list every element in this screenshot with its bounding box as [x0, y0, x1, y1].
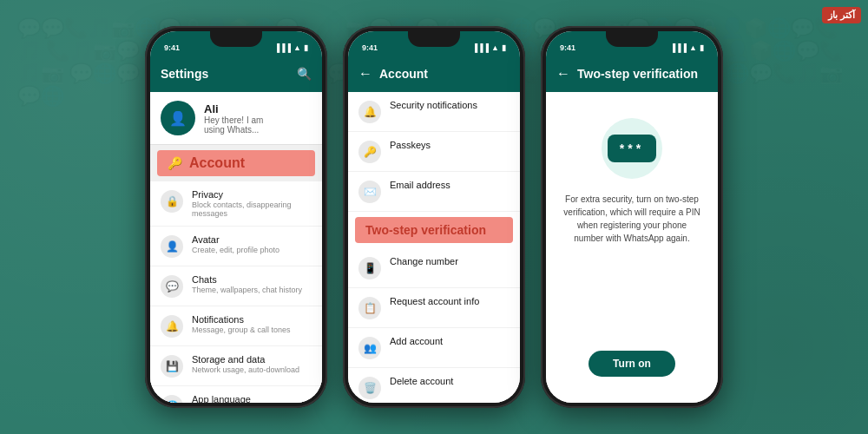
- menu-text-privacy: Privacy Block contacts, disappearing mes…: [192, 189, 312, 218]
- two-step-highlight[interactable]: Two-step verification: [355, 217, 513, 243]
- menu-text-chats: Chats Theme, wallpapers, chat history: [192, 274, 312, 294]
- phone-1-screen: 9:41 ▐▐▐ ▲ ▮ Settings 🔍 👤 Ali Hey there!…: [150, 31, 322, 403]
- menu-item-security[interactable]: 🔔 Security notifications: [348, 92, 520, 132]
- profile-name: Ali: [204, 102, 277, 115]
- two-step-description: For extra security, turn on two-step ver…: [560, 193, 704, 245]
- search-icon[interactable]: 🔍: [297, 67, 312, 81]
- menu-item-storage[interactable]: 💾 Storage and data Network usage, auto-d…: [150, 346, 322, 386]
- phone-1-status-icons: ▐▐▐ ▲ ▮: [274, 43, 308, 52]
- request-info-icon: 📋: [358, 297, 381, 319]
- avatar-sublabel: Create, edit, profile photo: [192, 246, 312, 254]
- storage-sublabel: Network usage, auto-download: [192, 365, 312, 374]
- wifi-icon-2: ▲: [491, 43, 499, 52]
- privacy-sublabel: Block contacts, disappearing messages: [192, 201, 312, 218]
- chats-label: Chats: [192, 274, 312, 285]
- profile-icons: ⊞ ⊙: [286, 111, 312, 125]
- back-arrow-3[interactable]: ←: [556, 66, 570, 82]
- phone-1-time: 9:41: [164, 43, 180, 52]
- back-arrow-2[interactable]: ←: [358, 66, 372, 82]
- phone-2-title: Account: [379, 67, 510, 81]
- menu-text-storage: Storage and data Network usage, auto-dow…: [192, 354, 312, 374]
- battery-icon: ▮: [304, 43, 308, 52]
- menu-text-language: App language English (device's language): [192, 394, 312, 403]
- delete-account-icon: 🗑️: [358, 377, 381, 399]
- language-label: App language: [192, 394, 312, 403]
- menu-item-chats[interactable]: 💬 Chats Theme, wallpapers, chat history: [150, 266, 322, 306]
- avatar: 👤: [161, 101, 195, 135]
- phone-2-header: ← Account: [348, 56, 520, 92]
- phone-1-content: 👤 Ali Hey there! I am using Whats... ⊞ ⊙…: [150, 92, 322, 403]
- phone-3-status-icons: ▐▐▐ ▲ ▮: [670, 43, 704, 52]
- profile-section[interactable]: 👤 Ali Hey there! I am using Whats... ⊞ ⊙: [150, 92, 322, 145]
- phone-2-notch: [408, 31, 460, 47]
- logo: آکتر باز: [822, 7, 861, 23]
- menu-item-passkeys[interactable]: 🔑 Passkeys: [348, 132, 520, 172]
- notifications-label: Notifications: [192, 314, 312, 325]
- menu-item-avatar[interactable]: 👤 Avatar Create, edit, profile photo: [150, 227, 322, 266]
- phone-3-content: *** For extra security, turn on two-step…: [546, 92, 718, 403]
- phone-3-header: ← Two-step verification: [546, 56, 718, 92]
- menu-text-email: Email address: [390, 180, 510, 190]
- avatar-label: Avatar: [192, 234, 312, 245]
- more-icon[interactable]: ⊙: [301, 111, 312, 125]
- language-icon: 🌐: [161, 395, 183, 403]
- qr-icon[interactable]: ⊞: [286, 111, 296, 125]
- phone-2-screen: 9:41 ▐▐▐ ▲ ▮ ← Account 🔔 Security notifi…: [348, 31, 520, 403]
- pin-dots: ***: [608, 135, 656, 162]
- privacy-label: Privacy: [192, 189, 312, 200]
- menu-text-request-info: Request account info: [390, 296, 510, 306]
- menu-item-request-info[interactable]: 📋 Request account info: [348, 288, 520, 328]
- passkeys-icon: 🔑: [358, 141, 381, 163]
- avatar-initial: 👤: [169, 110, 187, 127]
- email-icon: ✉️: [358, 181, 381, 203]
- phone-1-header: Settings 🔍: [150, 56, 322, 92]
- wifi-icon-3: ▲: [689, 43, 697, 52]
- menu-item-language[interactable]: 🌐 App language English (device's languag…: [150, 386, 322, 403]
- phone-1: 9:41 ▐▐▐ ▲ ▮ Settings 🔍 👤 Ali Hey there!…: [145, 26, 327, 408]
- phone-2-status-icons: ▐▐▐ ▲ ▮: [472, 43, 506, 52]
- wifi-icon: ▲: [293, 43, 301, 52]
- battery-icon-3: ▮: [700, 43, 704, 52]
- security-icon: 🔔: [358, 101, 381, 123]
- notifications-icon: 🔔: [161, 315, 183, 338]
- menu-text-avatar: Avatar Create, edit, profile photo: [192, 234, 312, 254]
- passkeys-label: Passkeys: [390, 140, 510, 150]
- phone-2-content: 🔔 Security notifications 🔑 Passkeys ✉️ E…: [348, 92, 520, 403]
- email-label: Email address: [390, 180, 510, 190]
- notifications-sublabel: Message, group & call tones: [192, 326, 312, 334]
- privacy-icon: 🔒: [161, 190, 183, 213]
- phone-1-notch: [210, 31, 262, 47]
- settings-menu: 🔒 Privacy Block contacts, disappearing m…: [150, 181, 322, 403]
- phone-3-screen: 9:41 ▐▐▐ ▲ ▮ ← Two-step verification ***…: [546, 31, 718, 403]
- menu-item-privacy[interactable]: 🔒 Privacy Block contacts, disappearing m…: [150, 181, 322, 227]
- profile-status: Hey there! I am using Whats...: [204, 115, 277, 135]
- menu-item-delete-account[interactable]: 🗑️ Delete account: [348, 368, 520, 403]
- menu-item-notifications[interactable]: 🔔 Notifications Message, group & call to…: [150, 306, 322, 346]
- account-highlight-text: Account: [189, 155, 245, 171]
- two-step-highlight-text: Two-step verification: [365, 223, 503, 237]
- turn-on-button[interactable]: Turn on: [589, 351, 675, 377]
- menu-item-email[interactable]: ✉️ Email address: [348, 172, 520, 212]
- change-number-label: Change number: [390, 256, 510, 266]
- phone-3-notch: [606, 31, 658, 47]
- request-info-label: Request account info: [390, 296, 510, 306]
- menu-item-change-number[interactable]: 📱 Change number: [348, 248, 520, 288]
- menu-text-delete-account: Delete account: [390, 376, 510, 386]
- phone-2-time: 9:41: [362, 43, 378, 52]
- battery-icon-2: ▮: [502, 43, 506, 52]
- account-highlight[interactable]: 🔑 Account: [157, 150, 315, 176]
- phone-3-title: Two-step verification: [577, 67, 707, 81]
- change-number-icon: 📱: [358, 257, 381, 279]
- menu-item-add-account[interactable]: 👥 Add account: [348, 328, 520, 368]
- phone-2: 9:41 ▐▐▐ ▲ ▮ ← Account 🔔 Security notifi…: [343, 26, 525, 408]
- storage-label: Storage and data: [192, 354, 312, 365]
- avatar-icon: 👤: [161, 235, 183, 258]
- phone-3: 9:41 ▐▐▐ ▲ ▮ ← Two-step verification ***…: [541, 26, 723, 408]
- delete-account-label: Delete account: [390, 376, 510, 386]
- add-account-icon: 👥: [358, 337, 381, 359]
- profile-info: Ali Hey there! I am using Whats...: [204, 102, 277, 135]
- storage-icon: 💾: [161, 355, 183, 378]
- signal-icon-3: ▐▐▐: [670, 43, 687, 52]
- chats-icon: 💬: [161, 275, 183, 298]
- add-account-label: Add account: [390, 336, 510, 346]
